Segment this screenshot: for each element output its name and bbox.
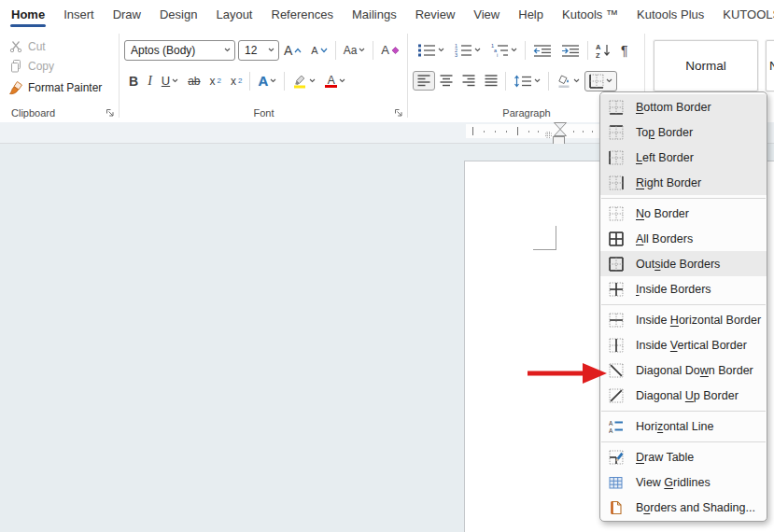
chevron-down-icon (172, 78, 178, 83)
paint-bucket-icon (556, 74, 571, 89)
menu-separator (601, 198, 766, 199)
menu-item-right-border[interactable]: Right Border (600, 170, 767, 195)
superscript-button[interactable]: x2 (226, 72, 246, 91)
font-color-button[interactable]: A (320, 72, 350, 91)
multilevel-list-button[interactable]: 1ai (486, 40, 522, 61)
tab-mailings[interactable]: Mailings (343, 0, 406, 28)
style-next-partial[interactable]: N (766, 40, 774, 91)
text-effects-button[interactable]: A (253, 70, 281, 91)
menu-item-inside-borders[interactable]: Inside Borders (600, 276, 767, 301)
decrease-indent-icon (533, 44, 552, 57)
menu-item-inside-horizontal-border[interactable]: Inside Horizontal Border (600, 307, 767, 332)
format-painter-button[interactable]: Format Painter (0, 76, 120, 100)
line-spacing-button[interactable] (509, 72, 545, 91)
align-center-button[interactable] (435, 71, 457, 91)
cut-button[interactable]: Cut (0, 36, 120, 56)
chevron-down-icon (511, 48, 517, 52)
menu-item-all-borders[interactable]: All Borders (600, 226, 767, 251)
bullets-button[interactable] (413, 40, 449, 61)
clear-formatting-button[interactable]: A (376, 40, 404, 60)
chevron-down-icon (224, 48, 231, 52)
tab-references[interactable]: References (262, 0, 343, 28)
shading-button[interactable] (552, 71, 584, 91)
align-left-button[interactable] (413, 71, 435, 91)
menu-item-label: All Borders (636, 232, 693, 245)
italic-button[interactable]: I (143, 71, 157, 91)
increase-indent-button[interactable] (556, 41, 584, 60)
tab-kutools[interactable]: KUTOOLS (713, 0, 774, 28)
menu-item-top-border[interactable]: Top Border (600, 119, 767, 145)
numbering-button[interactable]: 123 (449, 40, 486, 61)
menu-item-diagonal-down-border[interactable]: Diagonal Down Border (600, 357, 767, 383)
caret-up-icon (294, 48, 302, 53)
tab-layout[interactable]: Layout (206, 0, 261, 28)
menu-item-draw-table[interactable]: Draw Table (600, 444, 767, 469)
tab-review[interactable]: Review (406, 0, 465, 28)
tab-kutools[interactable]: Kutools ™ (553, 0, 627, 28)
menu-item-horizontal-line[interactable]: AAHorizontal Line (600, 413, 767, 439)
menu-item-bottom-border[interactable]: Bottom Border (600, 94, 767, 119)
format-painter-label: Format Painter (28, 81, 102, 94)
font-size-combo[interactable]: 12 (238, 40, 279, 61)
tab-design[interactable]: Design (150, 0, 206, 28)
chevron-down-icon (438, 48, 444, 52)
change-case-button[interactable]: Aa (339, 41, 371, 60)
menu-item-view-gridlines[interactable]: View Gridlines (600, 469, 767, 495)
tab-insert[interactable]: Insert (54, 0, 104, 28)
copy-button[interactable]: Copy (0, 56, 120, 76)
multilevel-list-icon: 1ai (490, 43, 509, 58)
svg-text:Z: Z (596, 50, 600, 58)
eraser-icon (391, 46, 400, 55)
font-name-combo[interactable]: Aptos (Body) (124, 40, 235, 61)
menu-item-inside-vertical-border[interactable]: Inside Vertical Border (600, 332, 767, 357)
highlighter-icon (292, 74, 307, 89)
decrease-indent-button[interactable] (528, 41, 556, 60)
borders-shading-icon (609, 500, 624, 515)
group-font: Aptos (Body) 12 A A Aa A B I U ab x2 x2 … (120, 28, 408, 121)
format-painter-icon (8, 80, 23, 95)
shrink-font-button[interactable]: A (306, 42, 331, 59)
clipboard-dialog-launcher-icon[interactable] (106, 108, 115, 118)
chevron-down-icon (474, 48, 481, 52)
grow-font-button[interactable]: A (279, 40, 306, 61)
show-hide-pilcrow-button[interactable]: ¶ (616, 40, 633, 61)
sort-button[interactable]: AZ (591, 40, 616, 61)
ruler-grid-glyph (544, 126, 553, 143)
tab-help[interactable]: Help (509, 0, 553, 28)
bold-button[interactable]: B (124, 71, 143, 91)
menu-item-no-border[interactable]: No Border (600, 201, 767, 226)
chevron-down-icon (534, 78, 541, 83)
font-size-value: 12 (245, 44, 268, 57)
border-inside-icon (609, 282, 624, 297)
menu-item-label: Bottom Border (636, 101, 711, 114)
borders-button[interactable] (584, 71, 617, 91)
red-arrow-annotation (525, 360, 609, 386)
underline-button[interactable]: U (157, 71, 183, 91)
menu-separator (601, 441, 766, 442)
tab-kutools-plus[interactable]: Kutools Plus (627, 0, 713, 28)
menu-item-borders-and-shading[interactable]: Borders and Shading... (600, 495, 767, 520)
tab-home[interactable]: Home (2, 0, 54, 28)
menu-item-label: Diagonal Down Border (636, 364, 753, 377)
menu-item-left-border[interactable]: Left Border (600, 145, 767, 170)
align-right-button[interactable] (457, 71, 480, 91)
view-gridlines-icon (609, 475, 624, 490)
chevron-down-icon (270, 78, 276, 83)
justify-button[interactable] (480, 71, 502, 91)
tab-view[interactable]: View (464, 0, 509, 28)
style-normal[interactable]: Normal (654, 40, 758, 91)
text-highlight-button[interactable] (288, 71, 320, 91)
menu-item-diagonal-up-border[interactable]: Diagonal Up Border (600, 383, 767, 408)
strikethrough-button[interactable]: ab (183, 72, 204, 91)
chevron-down-icon (339, 78, 345, 83)
tab-draw[interactable]: Draw (104, 0, 150, 28)
border-bottom-icon (609, 100, 624, 115)
chevron-down-icon (606, 78, 612, 83)
menu-item-outside-borders[interactable]: Outside Borders (600, 251, 767, 276)
border-inside-h-icon (609, 313, 624, 328)
font-dialog-launcher-icon[interactable] (394, 108, 403, 118)
menu-item-label: Inside Vertical Border (636, 339, 747, 352)
align-right-icon (462, 74, 475, 88)
subscript-button[interactable]: x2 (205, 72, 226, 91)
copy-label: Copy (28, 60, 54, 73)
